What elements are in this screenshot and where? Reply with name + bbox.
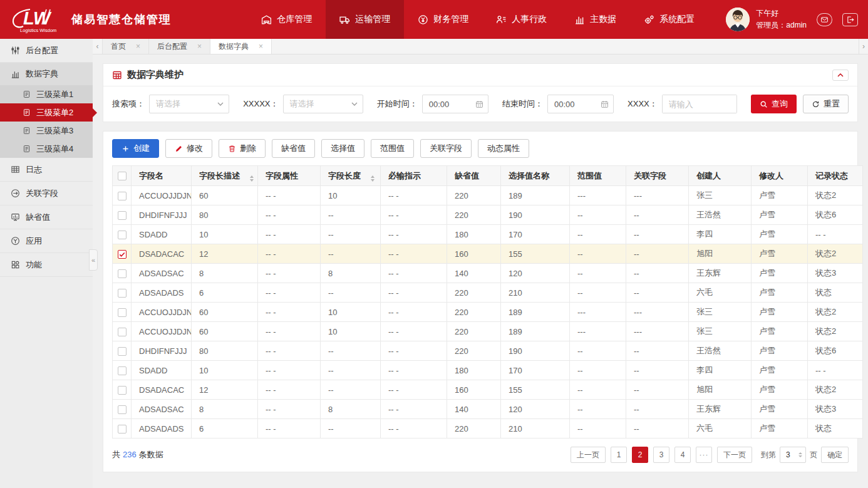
column-label: 记录状态 bbox=[815, 171, 848, 180]
tab-scroll-left-icon[interactable]: ‹ bbox=[93, 39, 102, 54]
cell: --- bbox=[626, 303, 689, 322]
sidebar-item-function[interactable]: 功能 bbox=[0, 253, 93, 277]
table-row: DHDIFNFJJJ80-- ----- -220190----王浩然卢雪状态6 bbox=[113, 341, 863, 361]
cell: 155 bbox=[501, 380, 570, 400]
start-time-input[interactable]: 00:00 bbox=[422, 95, 488, 113]
row-checkbox[interactable] bbox=[118, 386, 127, 395]
nav-item-finance[interactable]: 财务管理 bbox=[404, 0, 482, 39]
button-label: 缺省值 bbox=[281, 143, 306, 154]
cell: 220 bbox=[447, 186, 501, 205]
sidebar-item-data-dictionary[interactable]: 数据字典 bbox=[0, 63, 93, 85]
table-row: SDADD10-- ----- -180170----李四卢雪-- - bbox=[113, 361, 863, 380]
column-label: 必输指示 bbox=[388, 171, 421, 180]
goto-page-input[interactable]: 3 bbox=[780, 447, 806, 463]
total-count: 共236条数据 bbox=[112, 449, 163, 460]
select-all-checkbox[interactable] bbox=[118, 172, 127, 180]
create-button[interactable]: 创建 bbox=[112, 139, 159, 158]
page-button-4[interactable]: 4 bbox=[674, 447, 691, 463]
search-item-select[interactable]: 请选择 bbox=[149, 95, 229, 113]
delete-button[interactable]: 删除 bbox=[219, 139, 266, 158]
row-checkbox[interactable] bbox=[118, 231, 127, 239]
avatar[interactable] bbox=[726, 8, 750, 31]
sort-control[interactable] bbox=[250, 175, 254, 182]
tab-backend-config[interactable]: 后台配置× bbox=[149, 39, 210, 54]
keyword-field bbox=[662, 95, 737, 113]
row-checkbox[interactable] bbox=[118, 269, 127, 278]
stepper-arrows-icon[interactable] bbox=[798, 452, 802, 457]
sidebar-item-label: 三级菜单3 bbox=[36, 125, 73, 137]
tab-label: 数据字典 bbox=[219, 41, 249, 52]
sidebar-item-submenu-2[interactable]: 三级菜单2 bbox=[0, 103, 93, 122]
column-label: 字段属性 bbox=[266, 171, 298, 180]
end-time-input[interactable]: 00:00 bbox=[547, 95, 614, 113]
row-checkbox[interactable] bbox=[118, 328, 127, 336]
row-checkbox[interactable] bbox=[118, 405, 127, 414]
row-checkbox[interactable] bbox=[118, 289, 127, 298]
more-pages-button[interactable]: ··· bbox=[696, 447, 712, 463]
button-label: 修改 bbox=[187, 143, 203, 154]
page-button-3[interactable]: 3 bbox=[653, 447, 669, 463]
keyword-input[interactable] bbox=[663, 95, 736, 113]
cell: --- bbox=[570, 303, 626, 322]
close-icon[interactable]: × bbox=[197, 42, 202, 51]
row-checkbox[interactable] bbox=[118, 308, 127, 317]
cell: 220 bbox=[447, 283, 501, 303]
sidebar-item-submenu-1[interactable]: 三级菜单1 bbox=[0, 85, 93, 103]
row-checkbox-cell bbox=[113, 322, 132, 341]
search-button[interactable]: 查询 bbox=[751, 95, 797, 113]
tab-label: 后台配置 bbox=[157, 41, 187, 52]
mail-button[interactable] bbox=[817, 13, 832, 26]
tab-scroll-right-icon[interactable]: › bbox=[859, 39, 868, 54]
row-checkbox[interactable] bbox=[118, 211, 127, 220]
nav-item-warehouse[interactable]: 仓库管理 bbox=[247, 0, 326, 39]
page-button-1[interactable]: 1 bbox=[611, 447, 627, 463]
column-label: 创建人 bbox=[696, 171, 721, 180]
filter-label: XXXX： bbox=[628, 98, 658, 110]
row-checkbox[interactable] bbox=[118, 347, 127, 356]
nav-item-master-data[interactable]: 主数据 bbox=[561, 0, 630, 39]
xxxxx-select[interactable]: 请选择 bbox=[283, 95, 363, 113]
select-value-button[interactable]: 选择值 bbox=[321, 139, 364, 158]
edit-button[interactable]: 修改 bbox=[165, 139, 212, 158]
prev-page-button[interactable]: 上一页 bbox=[571, 447, 606, 463]
sidebar-item-backend-config[interactable]: 后台配置 bbox=[0, 39, 93, 63]
sidebar-item-submenu-4[interactable]: 三级菜单4 bbox=[0, 140, 93, 158]
close-icon[interactable]: × bbox=[136, 42, 140, 51]
cell: -- bbox=[570, 264, 626, 283]
sort-control[interactable] bbox=[371, 175, 375, 182]
row-checkbox[interactable] bbox=[118, 250, 127, 259]
cell: 10 bbox=[321, 186, 381, 205]
sidebar-item-default-values[interactable]: 缺省值 bbox=[0, 205, 93, 229]
close-icon[interactable]: × bbox=[259, 42, 263, 51]
next-page-button[interactable]: 下一页 bbox=[717, 447, 752, 463]
row-checkbox[interactable] bbox=[118, 366, 127, 375]
page-button-2[interactable]: 2 bbox=[632, 447, 648, 463]
confirm-button[interactable]: 确定 bbox=[821, 447, 849, 463]
default-value-button[interactable]: 缺省值 bbox=[272, 139, 315, 158]
sidebar-collapse-handle[interactable]: « bbox=[89, 249, 98, 271]
sidebar-item-logs[interactable]: 日志 bbox=[0, 158, 93, 182]
table-row: DHDIFNFJJJ80-- ----- -220190----王浩然卢雪状态6 bbox=[113, 205, 863, 225]
cell: ADSADSAC bbox=[132, 264, 192, 283]
dynamic-attr-button[interactable]: 动态属性 bbox=[478, 139, 529, 158]
nav-item-hr[interactable]: 人事行政 bbox=[482, 0, 561, 39]
reset-button[interactable]: 重置 bbox=[803, 95, 849, 113]
cell: 卢雪 bbox=[752, 380, 808, 400]
cell: 旭阳 bbox=[689, 244, 752, 264]
sidebar-item-submenu-3[interactable]: 三级菜单3 bbox=[0, 122, 93, 140]
nav-item-system-config[interactable]: 系统配置 bbox=[630, 0, 708, 39]
cell: 状态2 bbox=[808, 186, 863, 205]
logout-button[interactable] bbox=[842, 13, 858, 26]
tab-home[interactable]: 首页× bbox=[102, 39, 149, 54]
cell: 8 bbox=[321, 264, 381, 283]
sidebar-item-application[interactable]: 应用 bbox=[0, 229, 93, 253]
related-field-button[interactable]: 关联字段 bbox=[420, 139, 472, 158]
row-checkbox[interactable] bbox=[118, 425, 127, 433]
sidebar-item-related-fields[interactable]: 关联字段 bbox=[0, 182, 93, 205]
tab-data-dictionary[interactable]: 数据字典× bbox=[210, 39, 272, 54]
nav-item-transport[interactable]: 运输管理 bbox=[326, 0, 404, 39]
greeting: 下午好 bbox=[756, 8, 807, 19]
row-checkbox[interactable] bbox=[118, 192, 127, 200]
range-value-button[interactable]: 范围值 bbox=[371, 139, 414, 158]
panel-collapse-button[interactable] bbox=[832, 70, 849, 81]
